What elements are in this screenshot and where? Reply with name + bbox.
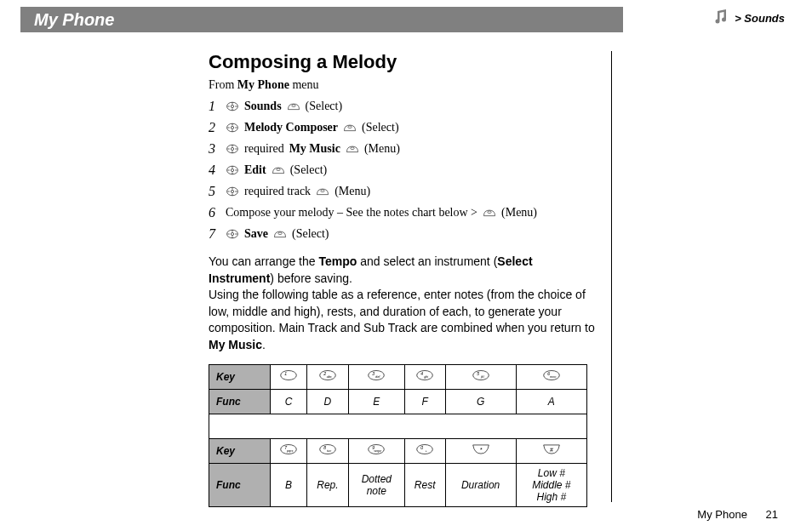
para-bold: My Music [209, 338, 262, 351]
key-cell: 6mno [516, 364, 586, 389]
step-bold: Sounds [244, 97, 282, 116]
header-bar: My Phone [20, 7, 623, 32]
func-cell: Rest [404, 463, 445, 506]
step-action: (Menu) [501, 203, 537, 222]
navigate-icon [226, 143, 239, 155]
table-row: FuncCDEFGA [209, 389, 587, 414]
svg-point-17 [231, 232, 233, 235]
svg-point-11 [277, 168, 280, 171]
step-number: 1 [209, 97, 220, 116]
svg-text:2: 2 [323, 371, 326, 376]
para-text: and select an instrument ( [357, 254, 497, 268]
svg-point-1 [231, 105, 233, 107]
func-cell: C [271, 389, 307, 414]
func-cell: F [404, 389, 445, 414]
step-item: 5required track(Menu) [209, 182, 596, 201]
svg-point-19 [281, 371, 297, 380]
step-bold: Edit [244, 161, 266, 180]
step-item: 2Melody Composer(Select) [209, 118, 596, 137]
key-cell: 1 [271, 364, 307, 389]
step-action: (Select) [306, 97, 343, 116]
func-cell: A [516, 389, 586, 414]
svg-text:5: 5 [477, 371, 479, 376]
step-bold: My Music [289, 140, 340, 158]
navigate-icon [226, 100, 239, 112]
svg-text:4: 4 [420, 371, 423, 376]
step-item: 6Compose your melody – See the notes cha… [209, 203, 596, 222]
page-heading: Composing a Melody [209, 51, 596, 73]
step-number: 2 [209, 118, 220, 137]
table-row: Key12abc3def4ghi5jkl6mno [209, 364, 587, 389]
svg-text:1: 1 [284, 371, 287, 376]
svg-text:mno: mno [550, 375, 556, 379]
svg-text:def: def [375, 375, 380, 379]
navigate-icon [226, 122, 239, 134]
svg-text:#: # [550, 447, 553, 453]
step-bold: Save [244, 225, 268, 243]
step-action: (Menu) [364, 140, 400, 158]
table-row: FuncBRep.DottednoteRestDurationLow #Midd… [209, 463, 587, 506]
key-cell: 4ghi [404, 364, 445, 389]
header-title: My Phone [34, 10, 114, 29]
svg-text:abc: abc [327, 375, 332, 379]
select-key-icon [316, 186, 329, 197]
key-cell: 3def [348, 364, 404, 389]
func-cell: G [445, 389, 516, 414]
breadcrumb: > Sounds [712, 9, 785, 28]
from-suffix: menu [289, 78, 319, 91]
vertical-divider [611, 51, 612, 502]
footer-section: My Phone [697, 508, 747, 521]
step-number: 3 [209, 140, 220, 158]
step-number: 7 [209, 225, 220, 243]
key-cell: 2abc [307, 364, 349, 389]
footer-page-number: 21 [766, 508, 778, 521]
svg-text:0: 0 [420, 445, 423, 450]
svg-text:tuv: tuv [327, 449, 332, 453]
select-key-icon [343, 122, 357, 134]
row-label: Key [209, 364, 271, 389]
row-label: Func [209, 389, 271, 414]
svg-text:*: * [479, 447, 482, 453]
svg-text:jkl: jkl [480, 375, 484, 379]
navigate-icon [226, 228, 239, 240]
step-item: 7Save(Select) [209, 225, 596, 243]
svg-text:3: 3 [373, 371, 375, 376]
from-prefix: From [209, 78, 237, 91]
svg-point-15 [488, 211, 491, 214]
key-cell: 9wxyz [348, 438, 404, 463]
svg-point-18 [278, 232, 282, 235]
select-key-icon [483, 207, 496, 219]
func-cell: Rep. [307, 463, 349, 506]
para-text: . [262, 338, 266, 351]
func-cell: Low #Middle #High # [516, 463, 586, 506]
step-number: 5 [209, 182, 220, 201]
breadcrumb-text: > Sounds [735, 12, 785, 25]
row-label: Func [209, 463, 271, 506]
step-item: 3required My Music(Menu) [209, 140, 596, 158]
func-cell: E [348, 389, 404, 414]
svg-text:wxyz: wxyz [375, 449, 382, 453]
music-note-icon [712, 9, 729, 28]
from-line: From My Phone menu [209, 78, 596, 92]
step-number: 6 [209, 203, 220, 222]
para-text: You can arrange the [209, 254, 318, 268]
key-cell: 0+ [404, 438, 445, 463]
key-cell: * [445, 438, 516, 463]
para-text: Using the following table as a reference… [209, 288, 595, 334]
step-text: Compose your melody – See the notes char… [226, 203, 477, 222]
func-cell: B [271, 463, 307, 506]
svg-text:+: + [426, 449, 428, 453]
step-list: 1Sounds(Select)2Melody Composer(Select)3… [209, 97, 596, 243]
func-cell: Dottednote [348, 463, 404, 506]
svg-point-7 [231, 147, 233, 150]
para-bold: Tempo [318, 254, 357, 268]
func-cell: Duration [445, 463, 516, 506]
step-item: 1Sounds(Select) [209, 97, 596, 116]
row-label: Key [209, 438, 271, 463]
select-key-icon [346, 143, 359, 155]
step-number: 4 [209, 161, 220, 180]
step-text: required [244, 140, 284, 158]
select-key-icon [287, 100, 300, 112]
step-bold: Melody Composer [244, 118, 338, 137]
main-content: Composing a Melody From My Phone menu 1S… [209, 51, 596, 507]
